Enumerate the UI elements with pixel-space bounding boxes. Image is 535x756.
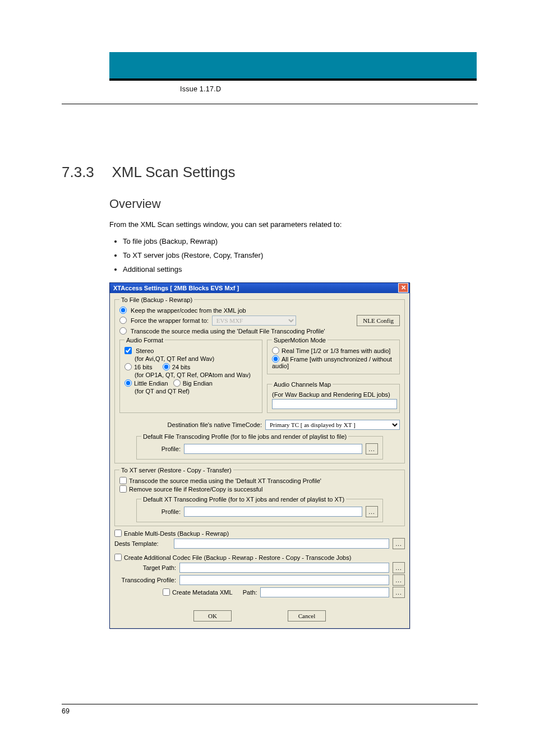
remove-source-check[interactable]: Remove source file if Restore/Copy is su… [119,486,262,493]
transcode-file-label: Transcode the source media using the 'De… [131,328,325,335]
transcode-file-radio[interactable]: Transcode the source media using the 'De… [119,328,325,335]
sm-allframe-label: All Frame [with unsynchronized / without… [272,356,392,369]
sm-allframe-radio[interactable]: All Frame [with unsynchronized / without… [272,356,392,369]
little-endian-label: Little Endian [134,380,168,387]
section-number: 7.3.3 [62,164,109,181]
dests-template-browse-button[interactable]: ... [393,538,405,549]
stereo-input[interactable] [124,347,132,354]
xt-profile-browse-button[interactable]: ... [366,506,378,517]
bits16-label: 16 bits [134,364,152,370]
supermotion-legend: SuperMotion Mode [272,337,328,344]
transcode-xt-check[interactable]: Transcode the source media using the 'De… [119,477,321,484]
section-title: XML Scan Settings [112,164,235,181]
force-wrapper-label: Force the wrapper format to: [131,317,209,324]
file-profile-input[interactable] [184,444,362,454]
header-rule [62,104,478,104]
force-wrapper-radio[interactable]: Force the wrapper format to: [119,317,209,324]
intro-text: From the XML Scan settings window, you c… [109,219,478,231]
sm-realtime-input[interactable] [272,347,279,354]
keep-wrapper-label: Keep the wrapper/codec from the XML job [131,307,246,314]
target-path-label: Target Path: [114,564,176,571]
little-endian-input[interactable] [124,379,132,387]
metadata-path-input[interactable] [260,587,389,597]
target-path-browse-button[interactable]: ... [393,562,405,573]
footer-rule [62,704,478,704]
xt-profile-input[interactable] [184,507,362,517]
target-path-input[interactable] [179,563,389,573]
transcode-xt-input[interactable] [119,477,127,484]
bits24-label: 24 bits [172,364,190,370]
list-item: To XT server jobs (Restore, Copy, Transf… [123,248,478,262]
metadata-path-label: Path: [243,589,257,596]
transcode-xt-label: Transcode the source media using the 'De… [129,477,321,484]
file-profile-browse-button[interactable]: ... [366,443,378,454]
acm-legend: Audio Channels Map [272,381,333,388]
dialog-title: XTAccess Settings [ 2MB Blocks EVS Mxf ] [113,285,398,291]
create-metadata-input[interactable] [163,588,170,596]
list-item: To file jobs (Backup, Rewrap) [123,234,478,248]
timecode-label: Destination file's native TimeCode: [119,421,262,428]
transcode-file-input[interactable] [119,327,127,335]
stereo-note: (for Avi,QT, QT Ref and Wav) [135,355,257,362]
issue-text: Issue 1.17.D [180,85,221,93]
xtaccess-settings-dialog: XTAccess Settings [ 2MB Blocks EVS Mxf ]… [109,282,410,629]
little-endian-radio[interactable]: Little Endian [124,380,168,387]
transcoding-profile-label: Transcoding Profile: [114,577,176,583]
acm-input[interactable] [272,399,397,409]
big-endian-label: Big Endian [183,380,213,387]
add-codec-input[interactable] [114,554,122,561]
wrapper-format-select[interactable]: EVS MXF [212,316,296,326]
metadata-path-browse-button[interactable]: ... [393,587,405,598]
audio-format-legend: Audio Format [124,337,165,344]
acm-note: (For Wav Backup and Rendering EDL jobs) [272,391,395,398]
titlebar[interactable]: XTAccess Settings [ 2MB Blocks EVS Mxf ]… [110,283,409,293]
transcoding-profile-input[interactable] [179,575,389,585]
file-profile-label: Profile: [141,446,181,452]
multi-dests-check[interactable]: Enable Multi-Dests (Backup - Rewrap) [114,530,229,537]
ok-button[interactable]: OK [193,610,232,622]
multi-dests-input[interactable] [114,530,122,537]
cancel-button[interactable]: Cancel [288,610,326,622]
add-codec-check[interactable]: Create Additional Codec File (Backup - R… [114,554,351,561]
default-xt-profile-legend: Default XT Transcoding Profile (for to X… [141,496,346,503]
to-file-group: To File (Backup - Rewrap) Keep the wrapp… [114,296,405,463]
big-endian-radio[interactable]: Big Endian [173,380,213,387]
audio-format-group: Audio Format Stereo (for Avi,QT, QT Ref … [119,337,262,413]
add-codec-label: Create Additional Codec File (Backup - R… [124,554,351,561]
sm-realtime-radio[interactable]: Real Time [1/2 or 1/3 frames with audio] [272,347,390,354]
keep-wrapper-input[interactable] [119,307,127,314]
transcoding-profile-browse-button[interactable]: ... [393,574,405,586]
default-file-profile-legend: Default File Transcoding Profile (for to… [141,433,348,440]
timecode-select[interactable]: Primary TC [ as displayed by XT ] [265,420,400,430]
default-xt-profile-group: Default XT Transcoding Profile (for to X… [136,496,383,522]
header-banner [109,52,477,81]
remove-source-label: Remove source file if Restore/Copy is su… [129,486,262,493]
dests-template-label: Dests Template: [114,540,170,547]
endian-note: (for QT and QT Ref) [135,388,257,395]
create-metadata-check[interactable]: Create Metadata XML [163,588,233,596]
create-metadata-label: Create Metadata XML [172,589,233,596]
bits24-input[interactable] [163,363,170,370]
nle-config-button[interactable]: NLE Config [357,315,400,326]
supermotion-group: SuperMotion Mode Real Time [1/2 or 1/3 f… [267,337,400,374]
to-xt-group: To XT server (Restore - Copy - Transfer)… [114,467,405,526]
force-wrapper-input[interactable] [119,317,127,324]
multi-dests-label: Enable Multi-Dests (Backup - Rewrap) [124,530,229,537]
keep-wrapper-radio[interactable]: Keep the wrapper/codec from the XML job [119,307,246,314]
remove-source-input[interactable] [119,485,127,493]
sm-realtime-label: Real Time [1/2 or 1/3 frames with audio] [282,347,390,354]
big-endian-input[interactable] [173,379,181,387]
bits16-radio[interactable]: 16 bits [124,364,152,370]
bits16-input[interactable] [124,363,132,370]
audio-channels-map-group: Audio Channels Map (For Wav Backup and R… [267,381,400,413]
to-file-legend: To File (Backup - Rewrap) [119,296,194,303]
stereo-check[interactable]: Stereo [124,347,154,354]
sm-allframe-input[interactable] [272,355,279,363]
to-xt-legend: To XT server (Restore - Copy - Transfer) [119,467,233,474]
bits24-radio[interactable]: 24 bits [163,364,190,370]
bits-note: (for OP1A, QT, QT Ref, OPAtom and Wav) [135,372,257,378]
close-button[interactable]: ✕ [398,283,408,293]
dests-template-input[interactable] [174,539,389,549]
close-icon: ✕ [401,285,406,291]
subheading: Overview [109,197,478,211]
